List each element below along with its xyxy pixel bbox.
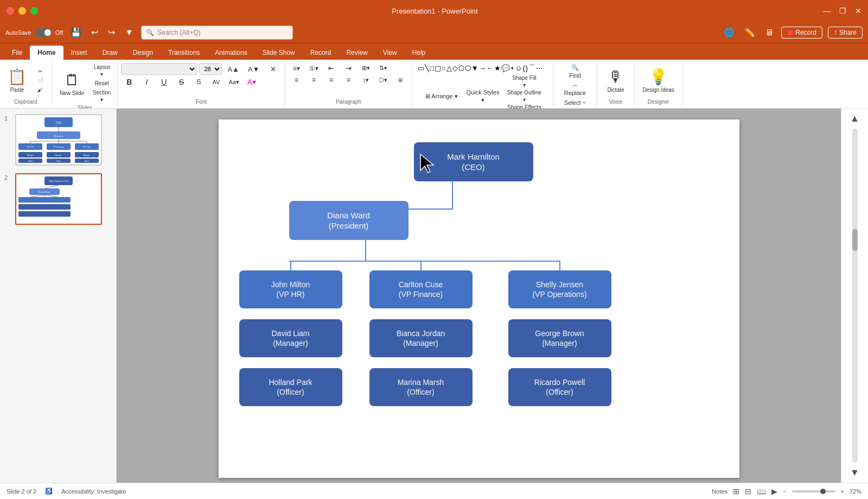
slide-image-1[interactable]: CEO President VP HR VP Fina (15, 114, 102, 166)
tab-file[interactable]: File (4, 46, 30, 60)
align-left-button[interactable]: ≡ (288, 75, 304, 85)
font-family-select[interactable] (121, 63, 197, 75)
font-size-select[interactable]: 28 (199, 63, 222, 75)
slide-image-2[interactable]: Mark Hamilton CEO Diana Ward (15, 173, 102, 225)
shape-more2[interactable]: ⋯ (536, 64, 543, 72)
minimize-traffic-light[interactable] (18, 7, 26, 15)
restore-button[interactable]: ❐ (839, 7, 846, 15)
text-dir-button[interactable]: ⇅▾ (375, 64, 391, 73)
increase-font-button[interactable]: A▲ (224, 64, 242, 74)
cut-button[interactable]: ✂ (32, 67, 48, 75)
normal-view-icon[interactable]: ⊞ (733, 487, 739, 496)
bullets-button[interactable]: ≡▾ (288, 64, 304, 73)
undo-icon[interactable]: ↩ (89, 26, 100, 39)
shape-tri[interactable]: △ (446, 64, 452, 72)
slideshow-icon[interactable]: ▶ (771, 487, 777, 496)
vp-ops-box[interactable]: Shelly Jensen (VP Operations) (508, 270, 611, 308)
decrease-font-button[interactable]: A▼ (245, 64, 263, 74)
share-button[interactable]: ↑ Share (828, 27, 863, 39)
tab-insert[interactable]: Insert (63, 46, 95, 60)
shape-line[interactable]: ╲ (425, 64, 429, 72)
scroll-down-arrow[interactable]: ▼ (850, 467, 860, 478)
redo-icon[interactable]: ↪ (106, 26, 117, 39)
officer1-box[interactable]: Holland Park (Officer) (239, 368, 342, 406)
pen-icon[interactable]: ✏️ (742, 26, 757, 39)
tab-draw[interactable]: Draw (95, 46, 125, 60)
tab-slideshow[interactable]: Slide Show (255, 46, 303, 60)
italic-button[interactable]: I (138, 77, 155, 87)
globe-icon[interactable]: 🌐 (722, 26, 737, 39)
tab-view[interactable]: View (375, 46, 405, 60)
shape-diamond[interactable]: ◇ (452, 64, 458, 72)
select-button[interactable]: Select ~ (561, 98, 589, 107)
shape-hex[interactable]: ⬡ (465, 64, 471, 72)
tab-home[interactable]: Home (30, 46, 63, 60)
shape-outline-button[interactable]: Shape Outline▾ (505, 89, 544, 103)
shape-oval[interactable]: ○ (442, 64, 446, 72)
maximize-traffic-light[interactable] (30, 7, 38, 15)
decrease-indent-button[interactable]: ⇤ (323, 63, 339, 73)
tab-design[interactable]: Design (125, 46, 161, 60)
case-button[interactable]: Aa▾ (225, 78, 242, 87)
slide-canvas[interactable]: Mark Hamilton (CEO) Diana Ward (Presiden… (219, 119, 739, 478)
monitor-icon[interactable]: 🖥 (763, 27, 776, 39)
officer3-box[interactable]: Ricardo Powell (Officer) (508, 368, 611, 406)
layout-button[interactable]: Layout▾ (90, 63, 114, 78)
design-ideas-button[interactable]: 💡 Design Ideas (638, 66, 678, 95)
shape-arrow-right[interactable]: → (479, 64, 486, 72)
zoom-minus[interactable]: − (783, 488, 786, 495)
increase-indent-button[interactable]: ⇥ (340, 63, 356, 73)
ceo-box[interactable]: Mark Hamilton (CEO) (414, 142, 533, 181)
shape-more[interactable]: ▼ (471, 64, 478, 72)
shape-rect[interactable]: □ (430, 64, 434, 72)
format-painter-button[interactable]: 🖌 (32, 86, 48, 94)
notes-button[interactable]: Notes (712, 488, 727, 495)
customize-icon[interactable]: ▼ (123, 27, 136, 39)
reset-button[interactable]: Reset (90, 79, 114, 87)
clear-format-button[interactable]: ✕ (265, 64, 281, 74)
vp-hr-box[interactable]: John Milton (VP HR) (239, 270, 342, 308)
justify-button[interactable]: ≡ (340, 75, 356, 85)
tab-record[interactable]: Record (303, 46, 339, 60)
autosave-toggle[interactable] (35, 28, 52, 37)
mgr1-box[interactable]: David Liam (Manager) (239, 319, 342, 357)
section-button[interactable]: Section▾ (90, 89, 114, 104)
zoom-level[interactable]: 72% (850, 488, 861, 495)
convert-to-smartart-button[interactable]: ⬡▾ (375, 75, 391, 85)
tab-review[interactable]: Review (339, 46, 375, 60)
more-paragraph-button[interactable]: ⊞ (392, 76, 409, 84)
replace-button[interactable]: ↔ Replace (561, 81, 589, 97)
president-box[interactable]: Diana Ward (President) (289, 201, 409, 240)
align-right-button[interactable]: ≡ (323, 75, 339, 85)
dictate-button[interactable]: 🎙 Dictate (603, 66, 628, 95)
shape-brace-left[interactable]: { (522, 64, 525, 72)
shape-star[interactable]: ★ (494, 64, 501, 72)
arrange-button[interactable]: ⊞ Arrange ▾ (422, 92, 461, 101)
zoom-slider[interactable] (792, 490, 835, 492)
search-bar[interactable]: 🔍 Search (Alt+Q) (141, 26, 293, 40)
tab-transitions[interactable]: Transitions (161, 46, 207, 60)
align-center-button[interactable]: ≡ (305, 75, 322, 85)
save-icon[interactable]: 💾 (68, 26, 84, 39)
spacing-button[interactable]: AV (208, 78, 224, 86)
shape-arc[interactable]: ⌒ (528, 63, 535, 73)
line-spacing-button[interactable]: ↕▾ (358, 75, 374, 85)
mgr2-box[interactable]: Bianca Jordan (Manager) (369, 319, 473, 357)
shape-arrow-left[interactable]: ← (487, 64, 494, 72)
font-color-button[interactable]: A▾ (244, 77, 260, 87)
columns-button[interactable]: ⊞▾ (358, 64, 374, 73)
shape-equation[interactable]: + (510, 64, 515, 72)
vp-finance-box[interactable]: Carlton Cuse (VP Finance) (369, 270, 473, 308)
scroll-thumb[interactable] (852, 229, 858, 251)
underline-button[interactable]: U (156, 77, 172, 87)
accessibility-label[interactable]: Accessibility: Investigate (61, 488, 126, 495)
numbering-button[interactable]: ①▾ (305, 64, 322, 73)
mgr3-box[interactable]: George Brown (Manager) (508, 319, 611, 357)
copy-button[interactable]: 📄 (32, 77, 48, 85)
shape-fill-button[interactable]: Shape Fill▾ (505, 74, 544, 89)
close-traffic-light[interactable] (7, 7, 14, 15)
tab-help[interactable]: Help (405, 46, 433, 60)
new-slide-button[interactable]: 🗒 New Slide (55, 69, 88, 98)
shape-text-box[interactable]: ▭ (418, 64, 424, 72)
zoom-plus[interactable]: + (841, 488, 844, 495)
